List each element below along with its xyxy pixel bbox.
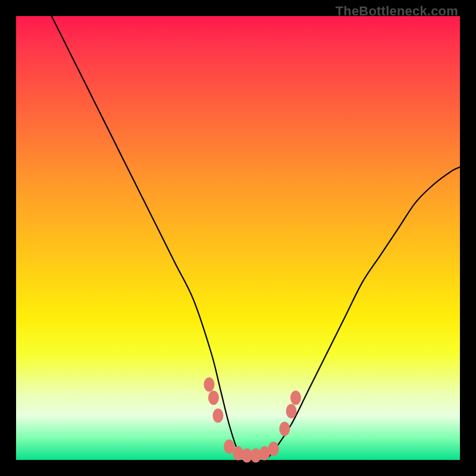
bottleneck-curve xyxy=(52,16,460,461)
chart-frame: TheBottleneck.com xyxy=(0,0,476,476)
scatter-dot xyxy=(204,377,215,392)
scatter-dot xyxy=(268,441,279,456)
scatter-dot xyxy=(250,449,261,463)
scatter-dot xyxy=(208,391,219,405)
plot-area xyxy=(16,16,460,460)
scatter-dot xyxy=(290,391,301,405)
scatter-dot xyxy=(286,404,297,418)
watermark-text: TheBottleneck.com xyxy=(336,4,458,19)
scatter-dot xyxy=(279,422,290,436)
chart-svg xyxy=(16,16,460,460)
scatter-dot xyxy=(233,446,243,461)
scatter-dot xyxy=(212,408,223,422)
scatter-points xyxy=(204,377,301,462)
